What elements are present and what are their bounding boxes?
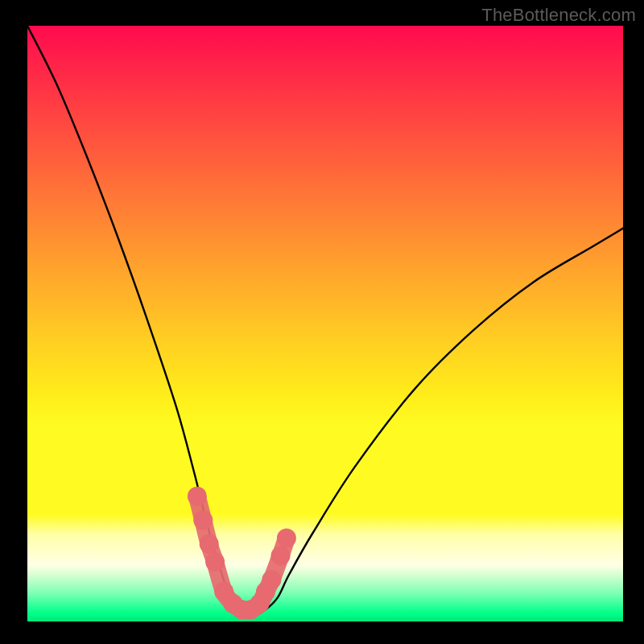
- bottleneck-curve: [27, 26, 623, 616]
- marker-dot: [188, 487, 207, 506]
- watermark-text: TheBottleneck.com: [481, 5, 636, 26]
- marker-dot: [271, 547, 291, 566]
- highlight-markers: [188, 487, 296, 620]
- chart-frame: TheBottleneck.com: [0, 0, 644, 644]
- marker-dot: [200, 535, 219, 554]
- marker-dot: [277, 528, 296, 547]
- curve-layer: [27, 26, 623, 621]
- marker-dot: [262, 570, 281, 589]
- plot-area: [27, 26, 623, 621]
- marker-dot: [205, 552, 225, 572]
- marker-dot: [193, 510, 213, 530]
